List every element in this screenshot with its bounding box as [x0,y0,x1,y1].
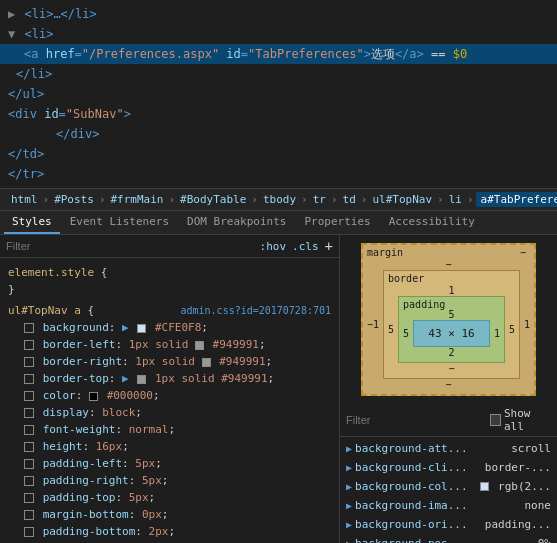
rule-source[interactable]: admin.css?id=20170728:701 [180,302,331,319]
cls-button[interactable]: .cls [292,240,319,253]
dom-line[interactable]: </tr> [0,164,557,184]
color-swatch-computed[interactable] [480,482,489,491]
dom-line[interactable]: </ul> [0,84,557,104]
tab-styles[interactable]: Styles [4,211,60,234]
prop-background-ori[interactable]: ▶ background-ori... padding... [340,515,557,534]
prop-checkbox[interactable] [24,476,34,486]
topnav-style-rule: ul#TopNav a { admin.css?id=20170728:701 … [0,300,339,543]
color-swatch-border-right[interactable] [202,358,211,367]
dom-line[interactable]: </li> [0,64,557,84]
style-tabs: Styles Event Listeners DOM Breakpoints P… [0,211,557,235]
show-all-checkbox[interactable] [490,414,501,426]
dom-line-selected[interactable]: <a href="/Preferences.aspx" id="TabPrefe… [0,44,557,64]
expand-arrow-icon[interactable]: ▶ [346,459,352,476]
breadcrumb-tr[interactable]: tr [310,192,329,207]
breadcrumb-td[interactable]: td [340,192,359,207]
rule-selector: ul#TopNav a [8,304,87,317]
filter-bar: :hov .cls + [0,235,339,258]
prop-padding-right: padding-right: 5px; [8,472,331,489]
prop-checkbox[interactable] [24,442,34,452]
computed-filter-bar: Show all [340,404,557,437]
padding-right-val: 1 [490,320,504,347]
dom-line[interactable]: </td> [0,144,557,164]
tab-dom-breakpoints[interactable]: DOM Breakpoints [179,211,294,234]
styles-panel: :hov .cls + element.style { } ul#TopNav … [0,235,340,543]
prop-background-col[interactable]: ▶ background-col... rgb(2... [340,477,557,496]
color-swatch-border-top[interactable] [137,375,146,384]
dom-tree: ▶ <li>…</li> ▼ <li> <a href="/Preference… [0,0,557,189]
prop-checkbox[interactable] [24,391,34,401]
prop-border-top: border-top: ▶ 1px solid #949991; [8,370,331,387]
border-left-val: 5 [384,296,398,363]
expand-arrow-icon[interactable]: ▶ [346,516,352,533]
prop-checkbox[interactable] [24,340,34,350]
expand-icon[interactable]: ▶ [122,372,129,385]
show-all-container: Show all [490,407,551,433]
breadcrumb-topnav[interactable]: ul#TopNav [369,192,435,207]
breadcrumb-html[interactable]: html [8,192,41,207]
prop-padding-bottom: padding-bottom: 2px; [8,523,331,540]
border-label: border [388,273,424,284]
breadcrumb-frmmain[interactable]: #frmMain [108,192,167,207]
margin-left-val: −1 [363,270,383,379]
prop-background: background: ▶ #CFE0F8; [8,319,331,336]
expand-icon[interactable]: ▶ [122,321,129,334]
tab-accessibility[interactable]: Accessibility [381,211,483,234]
prop-border-left: border-left: 1px solid #949991; [8,336,331,353]
prop-background-pos1[interactable]: ▶ background-pos... 0% [340,534,557,543]
expand-arrow-icon[interactable]: ▶ [346,478,352,495]
prop-checkbox[interactable] [24,493,34,503]
box-model-content: 43 × 16 [413,320,490,347]
prop-margin-bottom: margin-bottom: 0px; [8,506,331,523]
padding-left-val: 5 [399,320,413,347]
prop-checkbox[interactable] [24,357,34,367]
prop-checkbox[interactable] [24,527,34,537]
margin-bottom-val: − [363,379,534,394]
dom-line[interactable]: </div> [0,124,557,144]
collapse-arrow[interactable]: ▶ [8,7,15,21]
color-swatch-color[interactable] [89,392,98,401]
breadcrumb-li[interactable]: li [446,192,465,207]
padding-bottom-val: 2 [399,347,504,362]
tab-event-listeners[interactable]: Event Listeners [62,211,177,234]
breadcrumb-tabpreferences[interactable]: a#TabPreferences [476,192,557,207]
prop-checkbox[interactable] [24,459,34,469]
breadcrumb: html › #Posts › #frmMain › #BodyTable › … [0,189,557,211]
prop-background-att[interactable]: ▶ background-att... scroll [340,439,557,458]
expand-arrow[interactable]: ▼ [8,27,15,41]
expand-arrow-icon[interactable]: ▶ [346,440,352,457]
margin-minus: − [520,247,526,258]
hov-button[interactable]: :hov [260,240,287,253]
prop-checkbox[interactable] [24,425,34,435]
main-content: :hov .cls + element.style { } ul#TopNav … [0,235,557,543]
filter-input[interactable] [6,240,254,252]
box-model-margin: margin − − −1 border 1 5 padding [361,243,536,396]
prop-checkbox[interactable] [24,510,34,520]
computed-filter-input[interactable] [346,414,484,426]
prop-checkbox[interactable] [24,408,34,418]
breadcrumb-posts[interactable]: #Posts [51,192,97,207]
dom-line[interactable]: <div id="SubNav"> [0,104,557,124]
dom-line[interactable]: ▶ <li>…</li> [0,4,557,24]
breadcrumb-tbody[interactable]: tbody [260,192,299,207]
prop-background-ima[interactable]: ▶ background-ima... none [340,496,557,515]
margin-right-val: 1 [520,270,534,379]
computed-props-list: ▶ background-att... scroll ▶ background-… [340,437,557,543]
margin-label: margin [367,247,403,258]
prop-height: height: 16px; [8,438,331,455]
breadcrumb-bodytable[interactable]: #BodyTable [177,192,249,207]
expand-arrow-icon[interactable]: ▶ [346,535,352,543]
prop-padding-left: padding-left: 5px; [8,455,331,472]
color-swatch-border-left[interactable] [195,341,204,350]
tab-properties[interactable]: Properties [296,211,378,234]
prop-border-right: border-right: 1px solid #949991; [8,353,331,370]
prop-checkbox[interactable] [24,323,34,333]
dom-line[interactable]: ▼ <li> [0,24,557,44]
box-model-padding: padding 5 5 43 × 16 1 2 [398,296,505,363]
add-style-button[interactable]: + [325,238,333,254]
expand-arrow-icon[interactable]: ▶ [346,497,352,514]
prop-background-cli[interactable]: ▶ background-cli... border-... [340,458,557,477]
padding-label: padding [403,299,445,310]
color-swatch-background[interactable] [137,324,146,333]
prop-checkbox[interactable] [24,374,34,384]
